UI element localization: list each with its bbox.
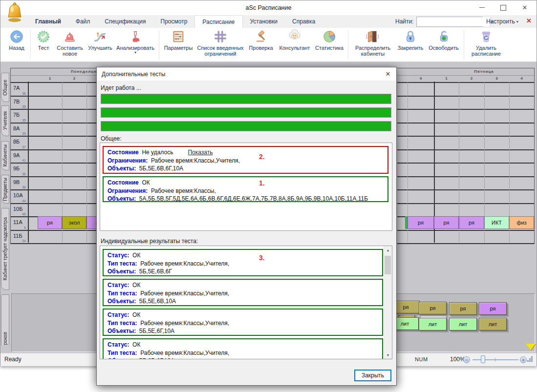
- class-row-header[interactable]: 9А41: [11, 150, 28, 163]
- sidebar-tab-common[interactable]: Общее: [1, 73, 9, 102]
- zoom-slider-thumb[interactable]: [481, 355, 485, 363]
- menu-tab-file[interactable]: Файл: [68, 15, 98, 28]
- more-cards-arrow-icon[interactable]: [526, 344, 536, 350]
- ribbon-toolbar: Назад Тест Составить новое Улучшить Анал…: [0, 28, 537, 62]
- table-row[interactable]: [397, 177, 534, 191]
- lesson-card[interactable]: ря: [479, 302, 507, 315]
- lesson-cell[interactable]: ря: [38, 216, 62, 229]
- table-row[interactable]: [397, 150, 534, 164]
- table-row[interactable]: [397, 124, 534, 137]
- sidebar-tab-supervision[interactable]: Кабинет требует надсмотра: [1, 208, 9, 290]
- class-row-header[interactable]: 8Б37: [11, 137, 28, 149]
- class-row-header[interactable]: 7А38: [11, 83, 28, 96]
- menu-tab-settings[interactable]: Установки: [243, 15, 285, 28]
- menu-tab-specification[interactable]: Спецификация: [97, 15, 153, 28]
- lesson-card[interactable]: лит: [449, 318, 477, 330]
- class-row-header[interactable]: 11Б34: [11, 231, 28, 244]
- consultant-button[interactable]: Консультант: [276, 28, 313, 62]
- search-input[interactable]: [417, 17, 490, 26]
- class-row-header[interactable]: 10Б46: [11, 204, 28, 217]
- app-logo-bell-icon[interactable]: [4, 1, 25, 24]
- list-item[interactable]: Статус: ОК Тип теста: Рабочее время:Клас…: [103, 309, 383, 336]
- table-row[interactable]: [397, 137, 534, 150]
- unlock-button[interactable]: Освободить: [426, 28, 461, 62]
- period-header: 2: [459, 76, 484, 81]
- lesson-cell[interactable]: экол: [62, 216, 86, 229]
- menu-tab-schedule[interactable]: Расписание: [194, 15, 242, 28]
- zoom-in-button[interactable]: +: [520, 356, 527, 363]
- resize-grip[interactable]: [531, 356, 533, 358]
- class-row-header[interactable]: 8А39: [11, 124, 28, 136]
- sidebar-tab-rooms[interactable]: Кабинеты: [1, 141, 9, 170]
- test-result-failed[interactable]: Состояние Не удалосьПоказать Ограничения…: [103, 146, 388, 174]
- table-row[interactable]: [397, 190, 534, 204]
- parameters-button[interactable]: Параметры: [162, 28, 195, 62]
- back-button[interactable]: Назад: [5, 28, 28, 62]
- delete-timetable-button[interactable]: Удалить расписание: [467, 28, 506, 62]
- class-row-header[interactable]: 9В36: [11, 177, 28, 190]
- menu-tab-help[interactable]: Справка: [285, 15, 322, 28]
- lesson-card[interactable]: лит: [479, 318, 507, 330]
- progress-bar: [101, 121, 391, 131]
- zoom-out-button[interactable]: −: [463, 356, 470, 363]
- close-dialog-button[interactable]: Закрыть: [354, 370, 391, 381]
- test-result-ok[interactable]: Состояние ОК Ограничения: Рабочее время:…: [103, 176, 388, 202]
- class-row-header[interactable]: 7Б35: [11, 110, 28, 123]
- table-row[interactable]: [397, 83, 534, 97]
- sidebar-tab-strip: Общее Учителя Кабинеты Предметы Кабинет …: [1, 72, 10, 345]
- period-header: 4: [509, 76, 534, 81]
- check-button[interactable]: Проверка: [246, 28, 276, 62]
- lesson-cell[interactable]: ря: [408, 216, 434, 229]
- search-combo[interactable]: ▾: [416, 17, 483, 27]
- lock-button[interactable]: Закрепить: [395, 28, 426, 62]
- minimize-button[interactable]: [471, 0, 493, 15]
- table-row[interactable]: [397, 164, 534, 177]
- scroll-down-button[interactable]: ▼: [384, 351, 392, 359]
- maximize-button[interactable]: [493, 0, 514, 15]
- lesson-cell[interactable]: ИКТ: [484, 216, 509, 229]
- lesson-cell[interactable]: ря: [434, 216, 459, 229]
- class-row-header[interactable]: 11А5: [11, 217, 28, 230]
- table-row[interactable]: [397, 231, 534, 245]
- generate-new-button[interactable]: Составить новое: [54, 28, 86, 62]
- menu-tab-view[interactable]: Просмотр: [153, 15, 195, 28]
- ribbon-close-icon[interactable]: ✕: [526, 17, 532, 24]
- lesson-card[interactable]: ря: [419, 302, 447, 314]
- lesson-cell[interactable]: физ: [509, 216, 534, 229]
- test-button[interactable]: Тест: [33, 28, 54, 62]
- menu-tab-glavny[interactable]: Главный: [28, 15, 68, 28]
- analyze-button[interactable]: Анализировать ▾: [114, 28, 156, 62]
- zoom-slider-track[interactable]: [473, 359, 518, 360]
- table-row[interactable]: [397, 97, 534, 110]
- close-icon: ✕: [522, 4, 528, 11]
- class-row-header[interactable]: 10А44: [11, 190, 28, 203]
- lesson-card[interactable]: ря: [449, 302, 477, 315]
- lesson-card[interactable]: лит: [419, 318, 447, 330]
- scrollbar-thumb[interactable]: [385, 256, 391, 274]
- show-link[interactable]: Показать: [188, 149, 213, 156]
- customize-button[interactable]: Настроить ▾: [486, 18, 518, 25]
- distribute-rooms-button[interactable]: Распределить кабинеты: [351, 28, 395, 62]
- statistics-button[interactable]: Статистика: [313, 28, 345, 62]
- class-row-header[interactable]: 7В35: [11, 97, 28, 109]
- table-row[interactable]: [397, 110, 534, 124]
- dialog-title: Дополнительные тесты: [102, 71, 165, 78]
- list-item[interactable]: Статус: ОК Тип теста: Рабочее время:Клас…: [103, 279, 383, 306]
- annotation: 2.: [259, 153, 265, 161]
- class-row-header[interactable]: 9Б36: [11, 164, 28, 176]
- window-title: aSc Расписание: [0, 4, 537, 11]
- lesson-cell[interactable]: ря: [459, 216, 484, 229]
- improve-button[interactable]: Улучшить: [86, 28, 114, 62]
- constraints-list-button[interactable]: Список введенных ограничений: [195, 28, 246, 62]
- close-button[interactable]: ✕: [514, 0, 536, 15]
- sidebar-tab-subjects[interactable]: Предметы: [1, 175, 9, 204]
- list-item[interactable]: Статус: ОК Тип теста: Рабочее время:Клас…: [103, 338, 383, 359]
- dialog-close-button[interactable]: ✕: [380, 67, 396, 81]
- sidebar-tab-lesson-board[interactable]: Доска уроков: [1, 294, 9, 345]
- unlock-icon: [436, 29, 451, 44]
- sidebar-tab-teachers[interactable]: Учителя: [1, 105, 9, 136]
- table-row[interactable]: [397, 204, 534, 218]
- scroll-up-button[interactable]: ▲: [384, 246, 392, 254]
- scrollbar[interactable]: ▲ ▼: [384, 246, 392, 359]
- list-item[interactable]: Статус: ОК Тип теста: Рабочее время:Клас…: [103, 249, 383, 276]
